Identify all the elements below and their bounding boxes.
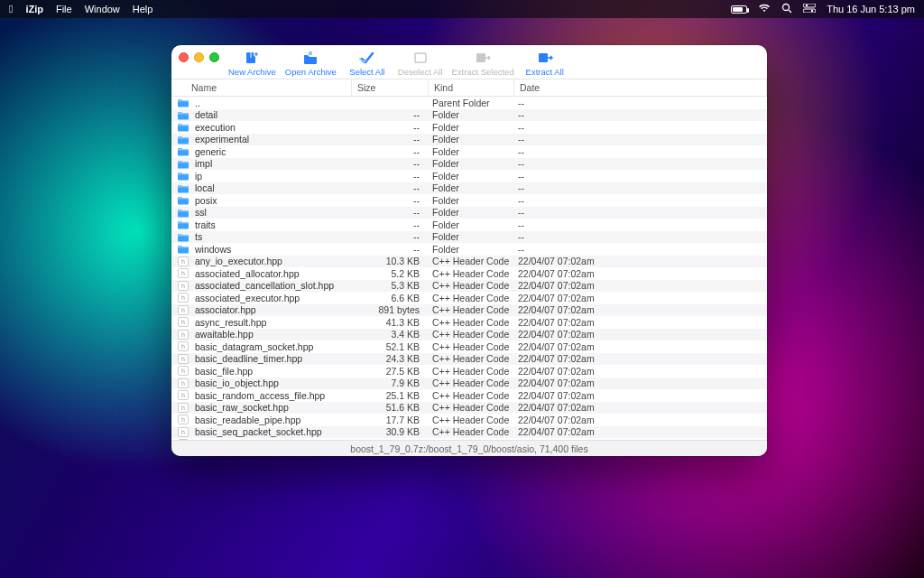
item-kind: Folder (429, 134, 514, 144)
folder-row[interactable]: impl--Folder-- (171, 158, 767, 171)
item-date: 22/04/07 07:02am (514, 256, 767, 266)
file-row[interactable]: hbasic_seq_packet_socket.hpp30.9 KBC++ H… (171, 426, 767, 439)
item-date: 22/04/07 07:02am (514, 304, 767, 315)
file-row[interactable]: hasync_result.hpp41.3 KBC++ Header Code2… (171, 316, 767, 329)
wifi-icon[interactable] (758, 4, 771, 14)
file-row[interactable]: hawaitable.hpp3.4 KBC++ Header Code22/04… (171, 329, 767, 341)
item-date: 22/04/07 07:02am (514, 390, 767, 401)
open-archive-icon (301, 51, 319, 65)
file-row[interactable]: hassociated_allocator.hpp5.2 KBC++ Heade… (171, 267, 767, 280)
file-row[interactable]: hassociated_executor.hpp6.6 KBC++ Header… (171, 292, 767, 304)
item-size: -- (352, 195, 429, 206)
item-date: 22/04/07 07:02am (514, 329, 767, 340)
folder-row[interactable]: generic--Folder-- (171, 145, 767, 158)
header-file-icon: h (177, 305, 189, 315)
item-name: ssl (195, 207, 207, 218)
minimize-button[interactable] (194, 52, 204, 62)
close-button[interactable] (179, 52, 189, 62)
item-kind: C++ Header Code (429, 341, 514, 352)
item-name: basic_readable_pipe.hpp (195, 415, 300, 425)
item-size: -- (352, 158, 429, 169)
item-name: execution (195, 122, 236, 133)
item-size: -- (352, 231, 429, 242)
menu-window[interactable]: Window (85, 4, 120, 14)
header-file-icon: h (177, 317, 189, 327)
folder-row[interactable]: windows--Folder-- (171, 243, 767, 256)
folder-row[interactable]: experimental--Folder-- (171, 134, 767, 146)
folder-row[interactable]: ssl--Folder-- (171, 207, 767, 219)
item-date: -- (514, 219, 767, 230)
item-date: 22/04/07 07:02am (514, 353, 767, 364)
menubar:  iZip File Window Help Thu 16 Jun 5:13 … (0, 0, 924, 18)
item-name: associated_allocator.hpp (195, 268, 300, 279)
item-kind: C++ Header Code (429, 353, 514, 364)
folder-row[interactable]: posix--Folder-- (171, 194, 767, 207)
file-row[interactable]: hbasic_file.hpp27.5 KBC++ Header Code22/… (171, 365, 767, 378)
spotlight-icon[interactable] (781, 3, 792, 15)
new-archive-button[interactable]: New Archive (228, 51, 276, 77)
item-size: -- (352, 146, 429, 157)
item-kind: Folder (429, 244, 514, 255)
item-date: -- (514, 158, 767, 169)
item-kind: C++ Header Code (429, 268, 514, 279)
folder-row[interactable]: detail--Folder-- (171, 109, 767, 122)
control-center-icon[interactable] (803, 4, 816, 14)
item-size: -- (352, 244, 429, 255)
header-kind[interactable]: Kind (429, 79, 514, 96)
item-name: detail (195, 109, 217, 120)
battery-icon[interactable] (731, 5, 747, 14)
file-list[interactable]: ..Parent Folder--detail--Folder--executi… (171, 97, 767, 440)
open-archive-button[interactable]: Open Archive (285, 51, 337, 77)
file-row[interactable]: hassociator.hpp891 bytesC++ Header Code2… (171, 304, 767, 317)
file-row[interactable]: hbasic_random_access_file.hpp25.1 KBC++ … (171, 389, 767, 402)
folder-row[interactable]: execution--Folder-- (171, 121, 767, 134)
item-kind: C++ Header Code (429, 415, 514, 425)
item-name: .. (195, 98, 200, 108)
folder-row[interactable]: traits--Folder-- (171, 219, 767, 231)
item-size: -- (352, 171, 429, 182)
item-name: associated_cancellation_slot.hpp (195, 280, 334, 291)
folder-row[interactable]: local--Folder-- (171, 182, 767, 195)
extract-all-label: Extract All (526, 67, 564, 77)
item-kind: Folder (429, 122, 514, 133)
item-size: 7.9 KB (352, 378, 429, 388)
header-size[interactable]: Size (352, 79, 429, 96)
app-menu[interactable]: iZip (25, 4, 43, 14)
extract-all-button[interactable]: Extract All (523, 51, 567, 77)
file-row[interactable]: hbasic_raw_socket.hpp51.6 KBC++ Header C… (171, 402, 767, 415)
menu-file[interactable]: File (56, 4, 72, 14)
header-date[interactable]: Date (514, 79, 767, 96)
header-file-icon: h (177, 403, 189, 413)
folder-icon (177, 195, 189, 205)
file-row[interactable]: hassociated_cancellation_slot.hpp5.3 KBC… (171, 280, 767, 293)
menubar-clock[interactable]: Thu 16 Jun 5:13 pm (827, 4, 915, 14)
menu-help[interactable]: Help (133, 4, 153, 14)
item-name: basic_seq_packet_socket.hpp (195, 426, 322, 437)
item-kind: Parent Folder (429, 98, 514, 108)
file-row[interactable]: hbasic_deadline_timer.hpp24.3 KBC++ Head… (171, 353, 767, 366)
zoom-button[interactable] (209, 52, 219, 62)
item-name: associator.hpp (195, 304, 256, 315)
folder-row[interactable]: ip--Folder-- (171, 170, 767, 182)
item-size: 5.2 KB (352, 268, 429, 279)
deselect-all-icon (411, 51, 430, 65)
select-all-button[interactable]: Select All (346, 51, 389, 77)
file-row[interactable]: hbasic_readable_pipe.hpp17.7 KBC++ Heade… (171, 414, 767, 426)
item-name: any_io_executor.hpp (195, 256, 282, 266)
file-row[interactable]: hbasic_datagram_socket.hpp52.1 KBC++ Hea… (171, 340, 767, 353)
folder-icon (177, 135, 189, 144)
item-size: 51.6 KB (352, 402, 429, 413)
item-date: 22/04/07 07:02am (514, 268, 767, 279)
header-file-icon: h (177, 293, 189, 303)
extract-selected-button: Extract Selected (452, 51, 514, 77)
item-kind: Folder (429, 219, 514, 230)
item-name: basic_raw_socket.hpp (195, 402, 289, 413)
file-row[interactable]: hany_io_executor.hpp10.3 KBC++ Header Co… (171, 256, 767, 268)
folder-icon (177, 98, 189, 107)
folder-icon (177, 122, 189, 132)
folder-row[interactable]: ..Parent Folder-- (171, 97, 767, 109)
file-row[interactable]: hbasic_io_object.hpp7.9 KBC++ Header Cod… (171, 378, 767, 390)
apple-menu-icon[interactable]:  (9, 3, 13, 15)
header-name[interactable]: Name (171, 79, 352, 96)
folder-row[interactable]: ts--Folder-- (171, 231, 767, 244)
